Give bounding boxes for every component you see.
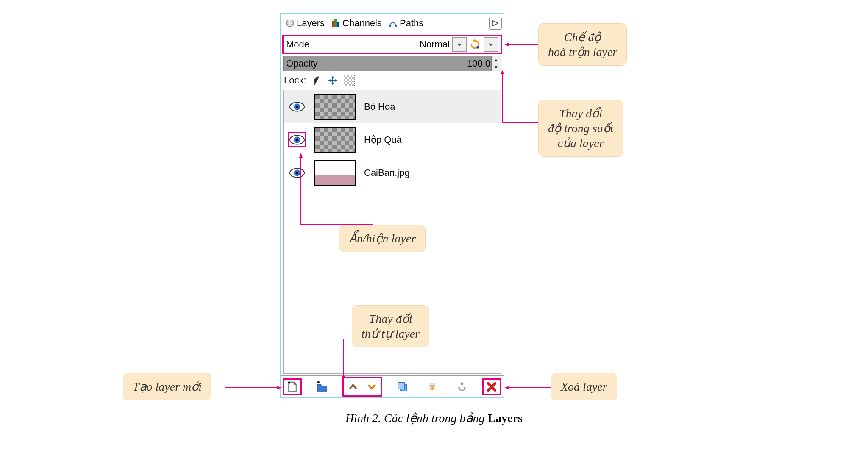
mode-extra-dropdown[interactable] bbox=[484, 37, 498, 52]
lock-alpha-button[interactable] bbox=[343, 75, 355, 86]
layer-thumbnail bbox=[314, 94, 356, 120]
svg-marker-11 bbox=[328, 76, 337, 85]
tabs: Layers Channels Paths bbox=[281, 14, 504, 33]
lock-pixels-button[interactable] bbox=[311, 75, 323, 86]
layer-row-hopqua[interactable]: Hộp Quà bbox=[284, 123, 501, 156]
layer-name: Hộp Quà bbox=[364, 134, 402, 145]
new-layer-group-button[interactable] bbox=[313, 378, 331, 395]
svg-rect-4 bbox=[334, 19, 337, 27]
tab-layers[interactable]: Layers bbox=[282, 16, 327, 31]
svg-point-10 bbox=[476, 46, 479, 49]
layer-up-button[interactable] bbox=[344, 378, 362, 395]
opacity-label: Opacity bbox=[284, 58, 318, 69]
svg-point-20 bbox=[296, 139, 298, 141]
tab-paths[interactable]: Paths bbox=[385, 16, 426, 31]
svg-rect-7 bbox=[395, 25, 397, 27]
mode-dropdown[interactable] bbox=[452, 37, 467, 52]
callout-order: Thay đổithứ tự layer bbox=[352, 305, 429, 347]
paths-icon bbox=[388, 18, 398, 28]
callout-visibility: Ẩn/hiện layer bbox=[339, 225, 426, 252]
layer-name: CaiBan.jpg bbox=[364, 167, 410, 178]
svg-point-2 bbox=[286, 20, 294, 23]
svg-marker-9 bbox=[473, 39, 475, 43]
configure-tab-button[interactable] bbox=[489, 17, 502, 30]
svg-marker-8 bbox=[493, 21, 498, 26]
layer-row-caiban[interactable]: CaiBan.jpg bbox=[284, 156, 501, 189]
reorder-group bbox=[342, 377, 382, 397]
tab-channels[interactable]: Channels bbox=[328, 16, 384, 31]
callout-new: Tạo layer mới bbox=[123, 373, 211, 400]
svg-point-23 bbox=[296, 172, 298, 174]
visibility-toggle[interactable] bbox=[288, 99, 306, 114]
callout-opacity: Thay đổiđộ trong suốtcủa layer bbox=[538, 100, 623, 157]
callout-mode: Chế độhoà trộn layer bbox=[538, 23, 627, 66]
callout-delete: Xoá layer bbox=[551, 373, 617, 400]
layer-name: Bó Hoa bbox=[364, 101, 395, 112]
merge-down-button[interactable] bbox=[423, 378, 442, 395]
opacity-value: 100.0 bbox=[467, 58, 491, 69]
spinner-down-icon[interactable]: ▼ bbox=[492, 64, 501, 71]
mode-value: Normal bbox=[420, 39, 450, 50]
duplicate-layer-button[interactable] bbox=[393, 378, 412, 395]
mode-row: Mode Normal bbox=[282, 35, 502, 54]
layers-icon bbox=[285, 18, 295, 28]
delete-layer-button[interactable] bbox=[482, 378, 501, 395]
opacity-row[interactable]: Opacity 100.0 ▲ ▼ bbox=[283, 56, 501, 71]
tab-channels-label: Channels bbox=[342, 18, 382, 29]
visibility-toggle[interactable] bbox=[288, 165, 306, 181]
opacity-spinner[interactable]: ▲ ▼ bbox=[491, 56, 501, 71]
visibility-toggle[interactable] bbox=[288, 132, 306, 147]
arrow-new bbox=[225, 386, 282, 390]
svg-rect-12 bbox=[344, 75, 354, 86]
layer-down-button[interactable] bbox=[362, 378, 381, 395]
new-layer-button[interactable] bbox=[283, 378, 302, 395]
svg-point-17 bbox=[296, 106, 298, 108]
channels-icon bbox=[331, 18, 341, 28]
svg-marker-36 bbox=[504, 386, 509, 389]
tab-paths-label: Paths bbox=[400, 18, 423, 29]
spinner-up-icon[interactable]: ▲ bbox=[492, 56, 501, 64]
lock-label: Lock: bbox=[284, 75, 306, 86]
svg-point-27 bbox=[461, 383, 463, 384]
svg-rect-26 bbox=[398, 383, 405, 389]
layer-row-bohoa[interactable]: Bó Hoa bbox=[284, 90, 501, 123]
lock-position-button[interactable] bbox=[327, 75, 339, 86]
arrow-delete bbox=[504, 386, 551, 390]
mode-label: Mode bbox=[286, 39, 309, 50]
mode-reset-button[interactable] bbox=[469, 39, 481, 50]
layer-thumbnail bbox=[314, 160, 356, 186]
svg-rect-5 bbox=[337, 22, 339, 27]
layer-thumbnail bbox=[314, 127, 356, 153]
svg-marker-29 bbox=[504, 43, 509, 46]
lock-row: Lock: bbox=[281, 73, 504, 88]
tab-layers-label: Layers bbox=[297, 18, 325, 29]
svg-rect-6 bbox=[389, 25, 391, 27]
arrow-mode bbox=[504, 42, 538, 47]
svg-rect-3 bbox=[332, 21, 334, 27]
anchor-layer-button[interactable] bbox=[453, 378, 471, 395]
bottom-toolbar bbox=[281, 375, 504, 397]
figure-caption: Hình 2. Các lệnh trong bảng Layers bbox=[0, 411, 868, 425]
